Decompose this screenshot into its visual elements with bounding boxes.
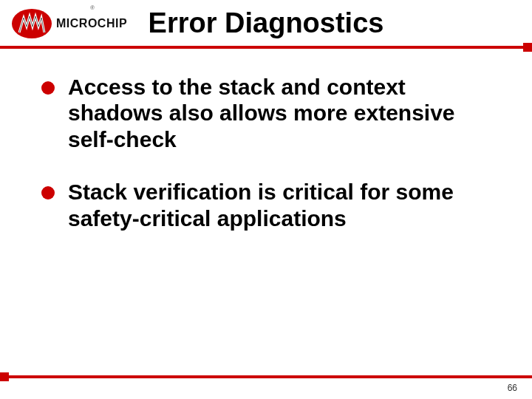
slide-title: Error Diagnostics: [149, 7, 384, 39]
bullet-item: Stack verification is critical for some …: [41, 179, 485, 231]
footer-divider: [0, 375, 532, 378]
logo: MICROCHIP: [10, 7, 127, 40]
slide-content: Access to the stack and context shadows …: [41, 74, 485, 258]
bullet-item: Access to the stack and context shadows …: [41, 74, 485, 152]
page-number: 66: [508, 383, 517, 393]
header-divider: [0, 46, 532, 49]
slide: MICROCHIP ® Error Diagnostics Access to …: [0, 0, 532, 399]
bullet-list: Access to the stack and context shadows …: [41, 74, 485, 231]
microchip-logo-icon: [10, 7, 53, 40]
registered-mark: ®: [90, 4, 95, 11]
slide-header: MICROCHIP ® Error Diagnostics: [0, 0, 532, 58]
logo-text: MICROCHIP: [56, 17, 127, 30]
